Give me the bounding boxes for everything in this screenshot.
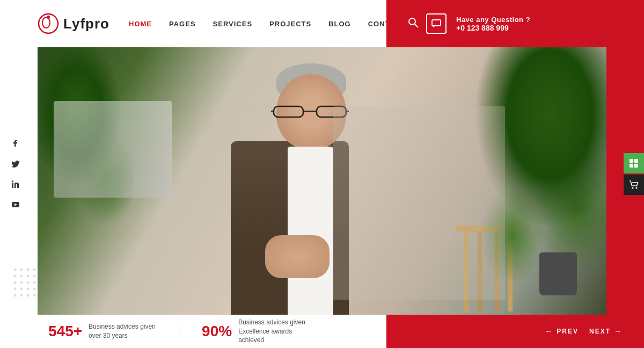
dots-decoration: [11, 265, 48, 305]
chat-icon[interactable]: [426, 13, 447, 34]
stat-text-1: Business advices given over 30 years: [89, 322, 158, 340]
svg-point-33: [20, 294, 23, 297]
svg-point-1: [42, 17, 50, 28]
glass-panel: [333, 106, 505, 300]
svg-line-5: [415, 24, 418, 27]
hero-area: [38, 47, 606, 317]
social-youtube[interactable]: [11, 200, 20, 209]
social-twitter[interactable]: [11, 159, 20, 169]
header-right: Have any Question ? +0 123 888 999: [386, 0, 644, 47]
svg-point-35: [33, 294, 36, 297]
social-linkedin[interactable]: [11, 179, 20, 189]
prev-arrow: ←: [545, 327, 553, 336]
prev-button[interactable]: ← PREV: [545, 327, 579, 336]
nav-projects[interactable]: PROJECTS: [269, 20, 311, 28]
prev-label: PREV: [557, 328, 579, 335]
contact-phone: +0 123 888 999: [456, 24, 530, 32]
svg-point-25: [20, 281, 23, 284]
stat-text-2: Business advices given Excellence awards…: [238, 318, 308, 345]
social-facebook[interactable]: [11, 139, 20, 148]
logo-text: Lyfpro: [63, 16, 109, 32]
svg-rect-39: [634, 164, 638, 168]
next-arrow: →: [614, 327, 623, 336]
svg-rect-6: [432, 20, 441, 26]
nav-home[interactable]: HOME: [129, 20, 152, 28]
logo-area[interactable]: Lyfpro: [0, 13, 118, 34]
svg-point-19: [33, 269, 36, 271]
svg-point-31: [33, 288, 36, 291]
svg-point-34: [27, 294, 30, 297]
stat-item-2: 90% Business advices given Excellence aw…: [202, 318, 308, 345]
stat-item-1: 545+ Business advices given over 30 year…: [48, 322, 158, 340]
nav-controls: ← PREV NEXT →: [386, 315, 644, 348]
svg-point-41: [636, 187, 638, 189]
svg-rect-11: [274, 106, 303, 117]
svg-point-22: [27, 275, 30, 278]
svg-point-26: [27, 281, 30, 284]
svg-point-8: [12, 180, 13, 182]
header-icons: [408, 13, 447, 34]
svg-point-23: [33, 275, 36, 278]
nav-services[interactable]: SERVICES: [213, 20, 253, 28]
header: Lyfpro HOME PAGES SERVICES PROJECTS BLOG…: [0, 0, 644, 47]
svg-rect-37: [634, 159, 638, 163]
svg-rect-38: [630, 164, 633, 168]
plant-pot: [537, 252, 580, 306]
plugin-btn-green[interactable]: [624, 153, 644, 173]
svg-point-32: [14, 294, 17, 297]
svg-point-16: [14, 269, 17, 271]
svg-point-4: [409, 18, 415, 25]
svg-point-20: [14, 275, 17, 278]
next-label: NEXT: [589, 328, 611, 335]
contact-info: Have any Question ? +0 123 888 999: [456, 16, 530, 32]
svg-point-24: [14, 281, 17, 284]
svg-rect-7: [12, 183, 13, 188]
stats-bar: 545+ Business advices given over 30 year…: [38, 315, 424, 348]
stat-number-1: 545+: [48, 323, 82, 340]
svg-point-18: [27, 269, 30, 271]
plugin-btn-cart[interactable]: [624, 175, 644, 195]
contact-question: Have any Question ?: [456, 16, 530, 24]
svg-rect-36: [630, 159, 633, 163]
next-button[interactable]: NEXT →: [589, 327, 623, 336]
stat-number-2: 90%: [202, 323, 232, 340]
plugin-buttons: [624, 153, 644, 195]
svg-point-30: [27, 288, 30, 291]
logo-icon: [38, 13, 59, 34]
svg-point-29: [20, 288, 23, 291]
stat-divider: [180, 321, 180, 342]
search-icon[interactable]: [408, 17, 419, 31]
svg-point-21: [20, 275, 23, 278]
social-sidebar: [11, 139, 20, 209]
svg-point-27: [33, 281, 36, 284]
nav-blog[interactable]: BLOG: [328, 20, 351, 28]
svg-point-17: [20, 269, 23, 271]
svg-point-28: [14, 288, 17, 291]
nav-pages[interactable]: PAGES: [169, 20, 196, 28]
svg-point-40: [632, 187, 634, 189]
